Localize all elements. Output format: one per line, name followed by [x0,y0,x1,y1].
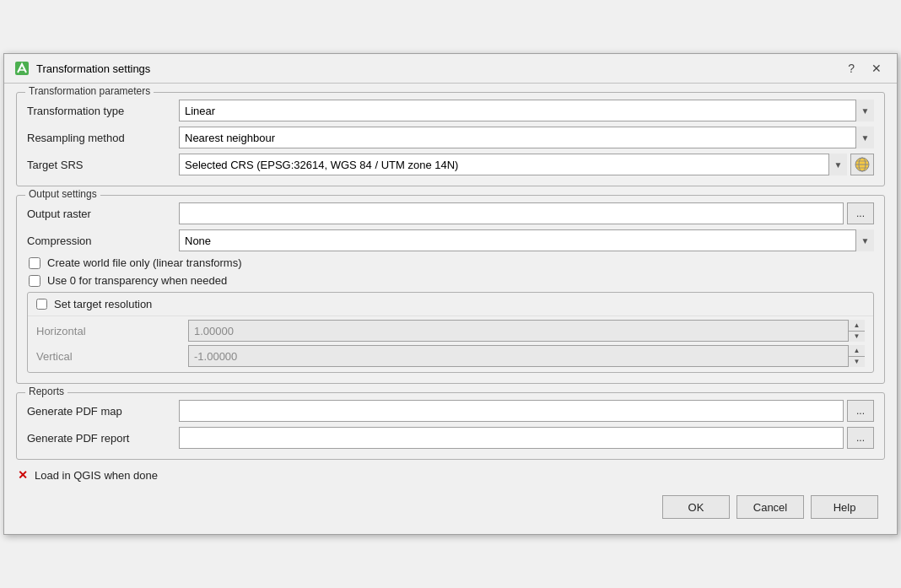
target-resolution-content: Horizontal ▲ ▼ Vertical [28,316,873,372]
transformation-type-row: Transformation type Linear Polynomial 1 … [27,100,874,121]
output-raster-label: Output raster [27,208,179,220]
target-srs-globe-button[interactable] [850,154,874,175]
output-raster-browse-button[interactable]: ... [847,202,874,224]
generate-pdf-map-browse-button[interactable]: ... [847,400,874,422]
target-srs-select-wrap: Selected CRS (EPSG:32614, WGS 84 / UTM z… [179,154,847,175]
load-qgis-label: Load in QGIS when done [35,469,158,482]
load-qgis-row: ✕ Load in QGIS when done [16,468,885,482]
app-icon [14,61,30,76]
horizontal-label: Horizontal [36,325,188,337]
horizontal-input[interactable] [188,320,865,342]
transformation-type-label: Transformation type [27,105,179,117]
vertical-input[interactable] [188,345,865,367]
generate-pdf-map-control: ... [179,400,874,422]
compression-row: Compression None LZW DEFLATE PACKBITS ▼ [27,229,874,251]
vertical-spin-up[interactable]: ▲ [849,345,865,357]
compression-control: None LZW DEFLATE PACKBITS ▼ [179,229,874,251]
resampling-method-control: Nearest neighbour Linear Cubic Cubic spl… [179,127,874,148]
vertical-spin-down[interactable]: ▼ [849,357,865,368]
generate-pdf-map-label: Generate PDF map [27,405,179,418]
ok-button[interactable]: OK [662,495,730,519]
transformation-type-control: Linear Polynomial 1 Polynomial 2 Polynom… [179,100,874,121]
output-raster-input[interactable] [179,202,844,224]
dialog-title: Transformation settings [36,62,150,75]
cancel-button[interactable]: Cancel [736,495,804,519]
dialog-button-row: OK Cancel Help [16,490,885,526]
generate-pdf-report-label: Generate PDF report [27,432,179,445]
use-zero-transparency-label[interactable]: Use 0 for transparency when needed [47,274,227,287]
close-titlebar-button[interactable]: ✕ [866,61,887,76]
horizontal-arrows: ▲ ▼ [848,320,865,342]
set-target-resolution-label[interactable]: Set target resolution [54,298,152,310]
transformation-type-select[interactable]: Linear Polynomial 1 Polynomial 2 Polynom… [179,100,874,121]
help-titlebar-button[interactable]: ? [843,61,860,76]
transformation-type-select-wrap: Linear Polynomial 1 Polynomial 2 Polynom… [179,100,874,121]
output-settings-group: Output settings Output raster ... Compre… [16,195,885,384]
dialog-content: Transformation parameters Transformation… [4,84,897,534]
reports-label: Reports [25,386,67,397]
horizontal-row: Horizontal ▲ ▼ [36,320,865,342]
compression-label: Compression [27,235,179,247]
vertical-label: Vertical [36,350,188,363]
use-zero-transparency-checkbox[interactable] [29,275,40,287]
target-srs-label: Target SRS [27,159,179,171]
generate-pdf-map-input[interactable] [179,400,844,422]
transformation-params-label: Transformation parameters [25,85,154,97]
resampling-method-label: Resampling method [27,132,179,144]
vertical-arrows: ▲ ▼ [848,345,865,367]
resampling-method-row: Resampling method Nearest neighbour Line… [27,127,874,148]
compression-select-wrap: None LZW DEFLATE PACKBITS ▼ [179,229,874,251]
target-srs-select[interactable]: Selected CRS (EPSG:32614, WGS 84 / UTM z… [179,154,847,175]
titlebar-left: Transformation settings [14,61,150,76]
help-button[interactable]: Help [811,495,878,519]
titlebar-buttons: ? ✕ [843,61,887,76]
horizontal-spinbox-wrap: ▲ ▼ [188,320,865,342]
set-target-resolution-header: Set target resolution [28,293,873,316]
generate-pdf-report-input[interactable] [179,427,844,449]
use-zero-transparency-row: Use 0 for transparency when needed [27,274,874,287]
horizontal-spin-up[interactable]: ▲ [849,320,865,332]
generate-pdf-report-control: ... [179,427,874,449]
titlebar: Transformation settings ? ✕ [4,54,897,84]
create-world-file-checkbox[interactable] [29,257,40,269]
compression-select[interactable]: None LZW DEFLATE PACKBITS [179,229,874,251]
horizontal-spin-down[interactable]: ▼ [849,332,865,343]
reports-group: Reports Generate PDF map ... Generate PD… [16,392,885,460]
resampling-method-select[interactable]: Nearest neighbour Linear Cubic Cubic spl… [179,127,874,148]
target-srs-control: Selected CRS (EPSG:32614, WGS 84 / UTM z… [179,154,874,175]
set-target-resolution-group: Set target resolution Horizontal ▲ ▼ [27,292,874,373]
set-target-resolution-checkbox[interactable] [36,299,47,310]
vertical-row: Vertical ▲ ▼ [36,345,865,367]
create-world-file-label[interactable]: Create world file only (linear transform… [47,256,241,269]
vertical-spinbox-wrap: ▲ ▼ [188,345,865,367]
output-raster-row: Output raster ... [27,202,874,224]
load-qgis-icon: ✕ [18,468,28,482]
target-srs-row: Target SRS Selected CRS (EPSG:32614, WGS… [27,154,874,175]
output-settings-label: Output settings [25,188,100,200]
transformation-settings-dialog: Transformation settings ? ✕ Transformati… [3,53,898,535]
generate-pdf-map-row: Generate PDF map ... [27,400,874,422]
output-raster-control: ... [179,202,874,224]
resampling-method-select-wrap: Nearest neighbour Linear Cubic Cubic spl… [179,127,874,148]
generate-pdf-report-browse-button[interactable]: ... [847,427,874,449]
create-world-file-row: Create world file only (linear transform… [27,256,874,269]
globe-icon [854,156,871,173]
transformation-params-group: Transformation parameters Transformation… [16,92,885,186]
generate-pdf-report-row: Generate PDF report ... [27,427,874,449]
